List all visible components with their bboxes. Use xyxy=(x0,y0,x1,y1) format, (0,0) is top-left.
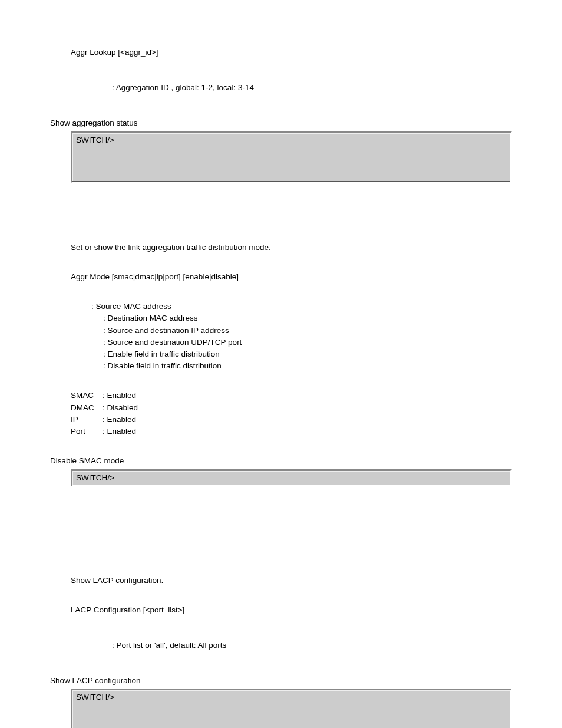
syntax-text: LACP Configuration [<port_list>] xyxy=(71,605,512,615)
param-text: : Destination MAC address xyxy=(103,313,512,324)
default-value: : Enabled xyxy=(103,426,136,437)
code-text: SWITCH/> xyxy=(76,693,114,701)
default-row: IP : Enabled xyxy=(71,414,512,425)
code-box: SWITCH/> xyxy=(71,469,512,487)
param-text: : Source and destination UDP/TCP port xyxy=(103,337,512,348)
default-key: Port xyxy=(71,426,103,437)
param-text: : Port list or 'all', default: All ports xyxy=(112,640,512,651)
param-text: : Source and destination IP address xyxy=(103,325,512,336)
param-text: : Enable field in traffic distribution xyxy=(103,349,512,360)
param-text: : Aggregation ID , global: 1-2, local: 3… xyxy=(112,83,512,93)
syntax-text: Aggr Mode [smac|dmac|ip|port] [enable|di… xyxy=(71,272,512,282)
default-key: SMAC xyxy=(71,390,103,401)
param-text: : Source MAC address xyxy=(91,301,512,312)
code-text: SWITCH/> xyxy=(76,473,114,482)
defaults-block: SMAC : Enabled DMAC : Disabled IP : Enab… xyxy=(71,390,512,437)
example-intro: Disable SMAC mode xyxy=(50,456,512,466)
default-row: Port : Enabled xyxy=(71,426,512,437)
code-text: SWITCH/> xyxy=(76,136,114,144)
example-intro: Show aggregation status xyxy=(50,118,512,129)
default-key: DMAC xyxy=(71,403,103,413)
default-key: IP xyxy=(71,414,103,425)
param-text: : Disable field in traffic distribution xyxy=(103,361,512,371)
default-row: DMAC : Disabled xyxy=(71,403,512,413)
code-box: SWITCH/> xyxy=(71,131,512,183)
default-row: SMAC : Enabled xyxy=(71,390,512,401)
example-intro: Show LACP configuration xyxy=(50,676,512,686)
default-value: : Enabled xyxy=(103,414,136,425)
code-box: SWITCH/> xyxy=(71,689,512,728)
default-value: : Enabled xyxy=(103,390,136,401)
syntax-text: Aggr Lookup [<aggr_id>] xyxy=(71,47,512,58)
description-text: Set or show the link aggregation traffic… xyxy=(71,242,512,253)
document-page: Aggr Lookup [<aggr_id>] : Aggregation ID… xyxy=(0,0,562,728)
default-value: : Disabled xyxy=(103,403,138,413)
description-text: Show LACP configuration. xyxy=(71,575,512,586)
